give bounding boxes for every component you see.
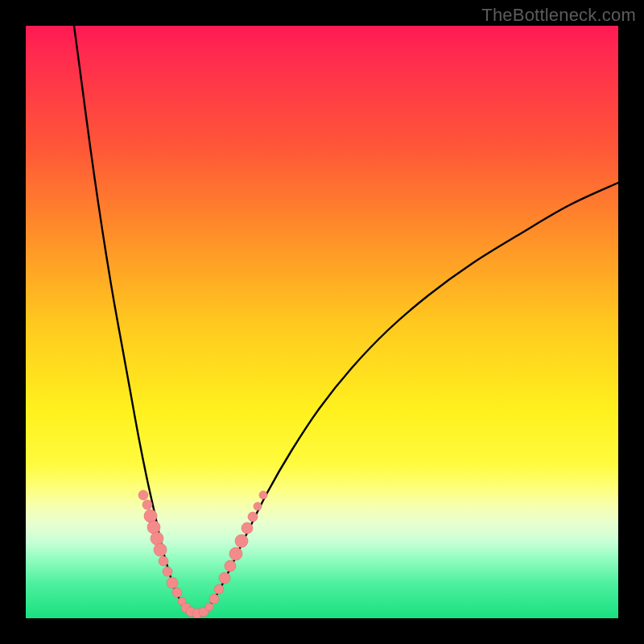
marker-dot [172,588,182,597]
marker-dot [151,532,163,545]
chart-frame: TheBottleneck.com [0,0,644,644]
marker-dot [138,490,148,500]
marker-dot [259,491,267,499]
marker-dot [214,584,224,594]
marker-dot [209,594,219,604]
marker-dot [205,603,213,611]
gradient-background [26,26,618,618]
marker-dot [235,535,248,547]
marker-dot [167,577,178,588]
marker-dot [219,572,230,584]
marker-dot [154,543,167,556]
plot-area [26,26,618,618]
marker-dot [142,500,152,510]
chart-svg [26,26,618,618]
marker-dot [254,502,262,510]
marker-dot [144,510,157,522]
watermark-text: TheBottleneck.com [481,5,636,26]
marker-dot [147,521,160,534]
marker-dot [229,547,242,560]
marker-dot [248,512,258,522]
marker-dot [163,567,172,576]
marker-dot [159,556,168,566]
marker-dot [225,560,236,572]
marker-dot [242,522,253,534]
